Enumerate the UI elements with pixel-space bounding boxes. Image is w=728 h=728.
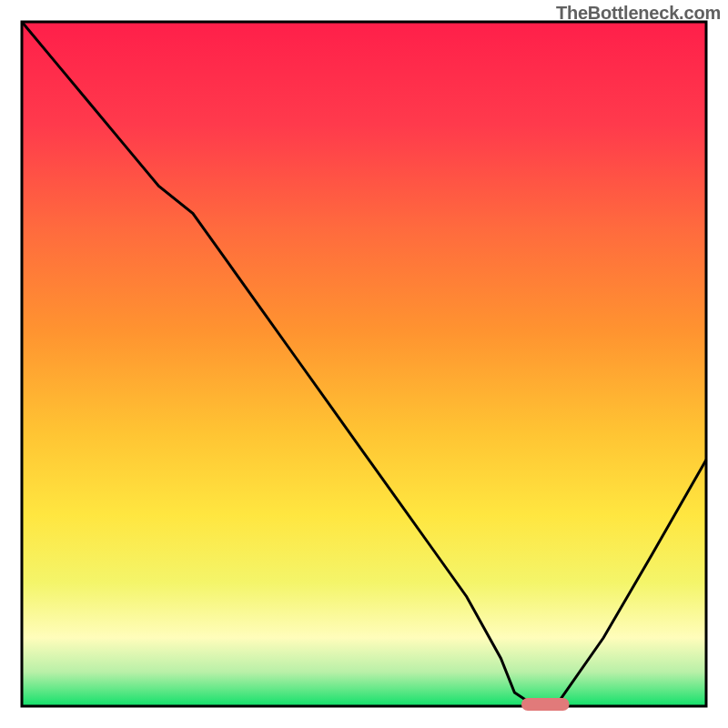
chart-container: TheBottleneck.com [0, 0, 728, 728]
optimal-range-marker [521, 698, 570, 711]
bottleneck-chart [0, 0, 728, 728]
plot-background [22, 22, 706, 706]
